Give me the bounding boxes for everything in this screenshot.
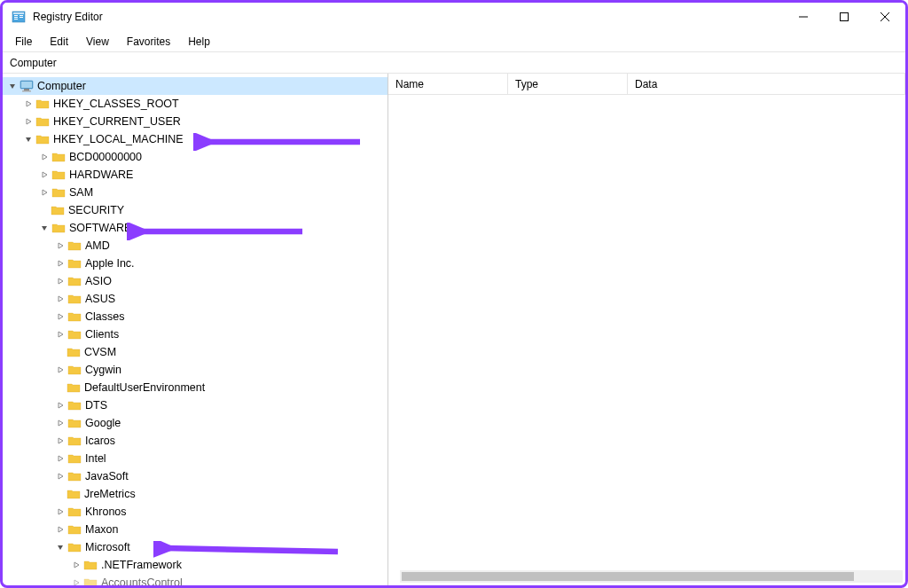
folder-icon — [67, 275, 82, 287]
close-button[interactable] — [865, 3, 905, 31]
tree-node-clients[interactable]: Clients — [3, 325, 387, 343]
chevron-down-icon[interactable] — [54, 541, 67, 553]
address-path: Computer — [10, 57, 57, 69]
chevron-right-icon[interactable] — [38, 186, 51, 199]
folder-icon — [67, 452, 82, 465]
tree-label: JreMetrics — [84, 488, 136, 500]
chevron-right-icon[interactable] — [38, 169, 51, 181]
column-name[interactable]: Name — [388, 74, 508, 94]
folder-icon — [67, 293, 82, 305]
tree-node-apple[interactable]: Apple Inc. — [3, 255, 387, 272]
tree-node-cygwin[interactable]: Cygwin — [3, 361, 387, 379]
tree-node-intel[interactable]: Intel — [3, 450, 387, 467]
tree-label: Cygwin — [85, 364, 121, 376]
tree-node-hklm[interactable]: HKEY_LOCAL_MACHINE — [3, 130, 387, 148]
folder-icon — [67, 399, 82, 412]
tree-node-defaultuser[interactable]: DefaultUserEnvironment — [3, 379, 387, 396]
chevron-right-icon[interactable] — [54, 310, 67, 323]
chevron-down-icon[interactable] — [38, 222, 51, 234]
chevron-right-icon[interactable] — [54, 452, 67, 465]
menu-help[interactable]: Help — [179, 34, 219, 50]
tree-label: Microsoft — [85, 541, 130, 553]
tree-label: Apple Inc. — [85, 257, 135, 270]
chevron-right-icon[interactable] — [54, 328, 67, 341]
chevron-right-icon[interactable] — [54, 523, 67, 536]
tree-label: DefaultUserEnvironment — [84, 381, 205, 394]
tree-node-accountscontrol[interactable]: AccountsControl — [3, 574, 387, 585]
regedit-icon — [12, 10, 26, 24]
chevron-right-icon[interactable] — [54, 293, 67, 305]
tree-node-microsoft[interactable]: Microsoft — [3, 538, 387, 556]
tree-node-asus[interactable]: ASUS — [3, 290, 387, 308]
folder-icon — [67, 435, 82, 447]
tree-label: SAM — [69, 186, 93, 199]
list-body[interactable] — [388, 95, 905, 585]
titlebar: Registry Editor — [3, 3, 905, 31]
maximize-button[interactable] — [824, 3, 865, 31]
addressbar[interactable]: Computer — [3, 52, 905, 74]
tree-node-asio[interactable]: ASIO — [3, 272, 387, 290]
chevron-right-icon[interactable] — [22, 98, 35, 110]
folder-icon — [83, 576, 98, 585]
menu-edit[interactable]: Edit — [41, 34, 77, 50]
folder-icon — [35, 115, 50, 128]
tree-label: JavaSoft — [85, 470, 129, 482]
menu-view[interactable]: View — [77, 34, 118, 50]
chevron-right-icon[interactable] — [54, 470, 67, 482]
tree-label: Google — [85, 417, 121, 429]
tree-node-sam[interactable]: SAM — [3, 184, 387, 201]
tree-node-classes[interactable]: Classes — [3, 308, 387, 325]
chevron-right-icon[interactable] — [70, 559, 82, 571]
tree-node-maxon[interactable]: Maxon — [3, 521, 387, 538]
chevron-right-icon[interactable] — [54, 399, 67, 412]
chevron-right-icon[interactable] — [38, 151, 51, 163]
tree-node-amd[interactable]: AMD — [3, 237, 387, 255]
menubar: File Edit View Favorites Help — [3, 31, 905, 52]
tree-label: SOFTWARE — [69, 222, 131, 234]
tree-node-netframework[interactable]: .NETFramework — [3, 556, 387, 574]
tree-node-google[interactable]: Google — [3, 414, 387, 432]
content: Computer HKEY_CLASSES_ROOT HKEY_CURRENT_… — [3, 74, 905, 585]
tree-label: AMD — [85, 239, 110, 252]
chevron-right-icon[interactable] — [22, 115, 35, 128]
tree-label: BCD00000000 — [69, 151, 142, 163]
chevron-right-icon[interactable] — [54, 417, 67, 429]
svg-rect-12 — [21, 82, 32, 88]
tree-label: ASUS — [85, 293, 115, 305]
tree-node-hkcr[interactable]: HKEY_CLASSES_ROOT — [3, 95, 387, 113]
folder-icon — [83, 559, 98, 571]
chevron-right-icon[interactable] — [70, 576, 82, 585]
tree-node-jremetrics[interactable]: JreMetrics — [3, 485, 387, 503]
tree-node-software[interactable]: SOFTWARE — [3, 219, 387, 237]
column-type[interactable]: Type — [508, 74, 628, 94]
chevron-right-icon[interactable] — [54, 257, 67, 270]
tree-node-javasoft[interactable]: JavaSoft — [3, 467, 387, 485]
column-data[interactable]: Data — [628, 74, 905, 94]
tree-node-hardware[interactable]: HARDWARE — [3, 166, 387, 184]
chevron-right-icon[interactable] — [54, 275, 67, 287]
tree-node-bcd[interactable]: BCD00000000 — [3, 148, 387, 166]
tree-label: Intel — [85, 452, 106, 465]
svg-rect-3 — [14, 17, 18, 18]
chevron-down-icon[interactable] — [6, 80, 19, 92]
tree-node-security[interactable]: SECURITY — [3, 201, 387, 219]
tree-node-dts[interactable]: DTS — [3, 396, 387, 414]
tree-panel[interactable]: Computer HKEY_CLASSES_ROOT HKEY_CURRENT_… — [3, 74, 388, 585]
chevron-right-icon[interactable] — [54, 435, 67, 447]
chevron-right-icon[interactable] — [54, 506, 67, 518]
minimize-button[interactable] — [783, 3, 824, 31]
tree-node-icaros[interactable]: Icaros — [3, 432, 387, 450]
tree-node-cvsm[interactable]: CVSM — [3, 343, 387, 361]
chevron-right-icon[interactable] — [54, 239, 67, 252]
chevron-down-icon[interactable] — [22, 133, 35, 145]
tree-node-computer[interactable]: Computer — [3, 77, 387, 95]
menu-favorites[interactable]: Favorites — [118, 34, 179, 50]
folder-icon — [67, 488, 81, 500]
tree-label: Icaros — [85, 435, 115, 447]
tree-label: DTS — [85, 399, 107, 412]
menu-file[interactable]: File — [6, 34, 41, 50]
chevron-right-icon[interactable] — [54, 364, 67, 376]
horizontal-scrollbar[interactable] — [400, 570, 903, 583]
tree-node-hkcu[interactable]: HKEY_CURRENT_USER — [3, 113, 387, 130]
tree-node-khronos[interactable]: Khronos — [3, 503, 387, 521]
